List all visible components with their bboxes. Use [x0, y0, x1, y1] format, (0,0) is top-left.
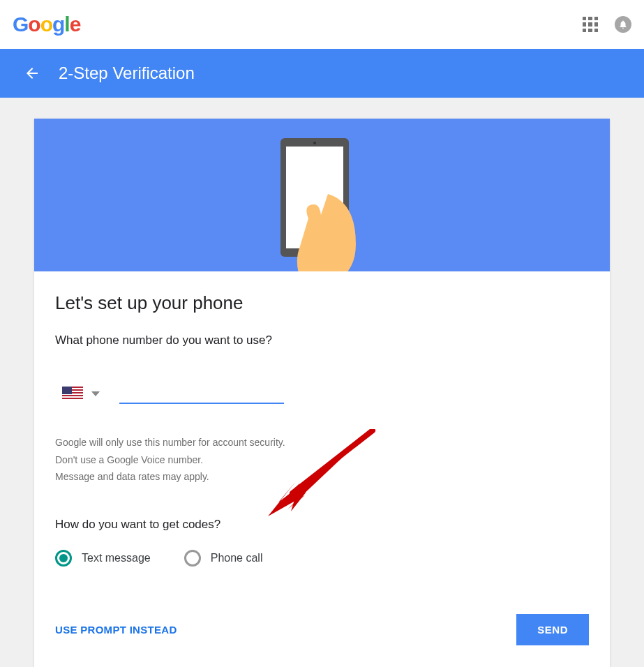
top-bar: Google — [0, 0, 644, 49]
svg-marker-4 — [271, 484, 306, 513]
setup-card: Let's set up your phone What phone numbe… — [34, 119, 610, 667]
phone-question: What phone number do you want to use? — [55, 334, 589, 347]
card-content: Let's set up your phone What phone numbe… — [34, 271, 610, 667]
phone-hand-icon — [253, 138, 392, 271]
hero-image — [34, 119, 610, 271]
svg-point-2 — [313, 142, 316, 144]
page-body: Let's set up your phone What phone numbe… — [0, 98, 644, 667]
back-arrow-icon[interactable] — [24, 65, 40, 82]
radio-phone-call[interactable]: Phone call — [184, 550, 263, 567]
us-flag-icon — [62, 387, 83, 400]
phone-number-input[interactable] — [119, 383, 284, 404]
helper-text: Google will only use this number for acc… — [55, 434, 589, 486]
helper-line: Don't use a Google Voice number. — [55, 451, 589, 469]
chevron-down-icon — [91, 391, 100, 396]
radio-text-message[interactable]: Text message — [55, 550, 151, 567]
country-select[interactable] — [55, 382, 107, 405]
notifications-icon[interactable] — [615, 16, 631, 33]
title-bar: 2-Step Verification — [0, 49, 644, 98]
radio-circle-icon — [184, 550, 201, 567]
google-logo[interactable]: Google — [13, 13, 80, 36]
codes-heading: How do you want to get codes? — [55, 518, 589, 532]
send-button[interactable]: SEND — [516, 614, 589, 645]
use-prompt-button[interactable]: USE PROMPT INSTEAD — [55, 624, 177, 636]
page-title: 2-Step Verification — [59, 63, 195, 83]
radio-circle-icon — [55, 550, 72, 567]
apps-icon[interactable] — [583, 17, 598, 32]
helper-line: Google will only use this number for acc… — [55, 434, 589, 451]
helper-line: Message and data rates may apply. — [55, 468, 589, 486]
radio-label: Phone call — [211, 552, 263, 564]
radio-label: Text message — [82, 552, 151, 564]
main-heading: Let's set up your phone — [55, 292, 589, 314]
